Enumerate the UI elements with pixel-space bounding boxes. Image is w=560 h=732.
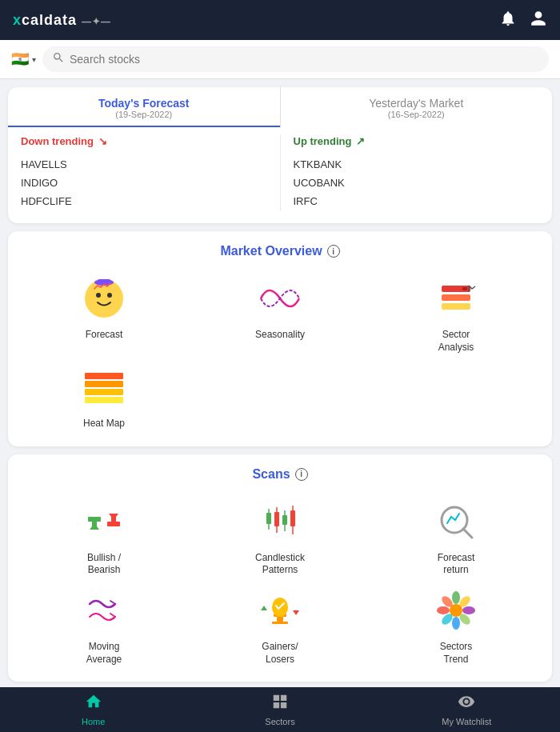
svg-rect-10 <box>85 373 123 379</box>
svg-rect-21 <box>266 513 271 524</box>
seasonality-label: Seasonality <box>255 329 305 342</box>
svg-point-41 <box>452 591 460 604</box>
candlestick-item[interactable]: Candlestick Patterns <box>192 498 368 577</box>
forecast-label: Forecast <box>86 329 123 342</box>
sectors-nav-icon <box>271 693 289 714</box>
down-trend-column: Down trending ↘ HAVELLS INDIGO HDFCLIFE <box>8 135 280 210</box>
sectors-trend-item[interactable]: Sectors Trend <box>368 586 544 666</box>
forecast-icon <box>80 274 128 322</box>
svg-rect-13 <box>85 397 123 403</box>
heatmap-item[interactable]: Heat Map <box>16 363 192 430</box>
bullish-bearish-icon <box>80 498 128 546</box>
scans-grid: Bullish / Bearish <box>16 498 544 666</box>
flag-icon: 🇮🇳 <box>11 50 29 68</box>
nav-home[interactable]: Home <box>0 687 186 732</box>
svg-point-44 <box>462 606 475 614</box>
svg-point-42 <box>452 617 460 630</box>
bottom-navigation: Home Sectors My Watchlist <box>0 687 560 732</box>
dropdown-arrow: ▾ <box>32 55 36 64</box>
up-stock-2[interactable]: UCOBANK <box>294 174 540 192</box>
seasonality-item[interactable]: Seasonality <box>192 274 368 354</box>
nav-watchlist-label: My Watchlist <box>442 717 491 726</box>
scans-title: Scans i <box>16 467 544 482</box>
watchlist-icon <box>458 693 475 714</box>
down-stock-3[interactable]: HDFCLIFE <box>21 192 267 210</box>
svg-rect-35 <box>277 617 283 622</box>
svg-rect-24 <box>274 512 279 526</box>
sector-analysis-icon <box>432 274 480 322</box>
sector-analysis-item[interactable]: Sector Analysis <box>368 274 544 354</box>
market-overview-info-icon[interactable]: i <box>327 245 340 258</box>
app-logo: xcaldata —✦— <box>13 12 111 29</box>
country-selector[interactable]: 🇮🇳 ▾ <box>11 50 36 68</box>
forecast-return-item[interactable]: Forecast return <box>368 498 544 577</box>
gainers-losers-label: Gainers/ Losers <box>262 641 298 666</box>
forecast-card: Today's Forecast (19-Sep-2022) Yesterday… <box>8 87 552 223</box>
sector-analysis-label: Sector Analysis <box>438 329 474 354</box>
down-arrow-icon: ↘ <box>98 135 107 147</box>
svg-line-33 <box>463 529 472 538</box>
gainers-losers-icon <box>256 586 304 634</box>
svg-rect-27 <box>282 515 287 525</box>
bullish-bearish-item[interactable]: Bullish / Bearish <box>16 498 192 577</box>
svg-rect-30 <box>290 510 295 526</box>
forecast-item[interactable]: Forecast <box>16 274 192 354</box>
nav-sectors-label: Sectors <box>265 717 294 726</box>
svg-rect-36 <box>272 622 288 624</box>
svg-marker-39 <box>293 610 299 615</box>
nav-sectors[interactable]: Sectors <box>186 687 373 732</box>
gainers-losers-item[interactable]: Gainers/ Losers <box>192 586 368 666</box>
forecast-return-icon <box>432 498 480 546</box>
forecast-body: Down trending ↘ HAVELLS INDIGO HDFCLIFE … <box>8 127 552 223</box>
app-header: xcaldata —✦— <box>0 0 560 40</box>
search-icon <box>52 51 65 67</box>
nav-home-label: Home <box>82 717 105 726</box>
up-stock-1[interactable]: KTKBANK <box>294 155 540 174</box>
svg-point-2 <box>107 293 112 298</box>
bullish-bearish-label: Bullish / Bearish <box>87 552 121 577</box>
svg-rect-6 <box>442 294 470 301</box>
svg-point-1 <box>96 293 101 298</box>
user-icon[interactable] <box>530 10 547 30</box>
svg-marker-38 <box>261 606 267 610</box>
moving-avg-item[interactable]: Moving Average <box>16 586 192 666</box>
scans-section: Scans i Bullish / Bearish <box>8 454 552 682</box>
svg-rect-16 <box>88 517 101 522</box>
svg-point-49 <box>450 605 462 616</box>
home-icon <box>85 693 102 714</box>
down-stock-1[interactable]: HAVELLS <box>21 155 267 174</box>
market-overview-grid: Forecast Seasonality <box>16 274 544 430</box>
down-stock-2[interactable]: INDIGO <box>21 174 267 192</box>
search-input-wrapper <box>42 46 549 72</box>
svg-rect-11 <box>85 381 123 387</box>
search-input[interactable] <box>70 53 539 66</box>
svg-rect-12 <box>85 389 123 395</box>
forecast-return-label: Forecast return <box>438 552 475 577</box>
bell-icon[interactable] <box>499 10 517 30</box>
yesterday-market-tab[interactable]: Yesterday's Market (16-Sep-2022) <box>281 87 553 127</box>
sectors-trend-icon <box>432 586 480 634</box>
svg-rect-7 <box>442 303 470 310</box>
moving-avg-icon <box>80 586 128 634</box>
heatmap-icon <box>80 363 128 411</box>
up-trend-column: Up trending ↗ KTKBANK UCOBANK IRFC <box>280 135 553 210</box>
scans-info-icon[interactable]: i <box>295 468 308 481</box>
candlestick-icon <box>256 498 304 546</box>
down-trend-label: Down trending ↘ <box>21 135 267 147</box>
today-forecast-tab[interactable]: Today's Forecast (19-Sep-2022) <box>8 87 280 127</box>
search-bar: 🇮🇳 ▾ <box>0 40 560 79</box>
svg-rect-19 <box>107 522 120 526</box>
nav-watchlist[interactable]: My Watchlist <box>374 687 560 732</box>
candlestick-label: Candlestick Patterns <box>255 552 305 577</box>
forecast-tabs: Today's Forecast (19-Sep-2022) Yesterday… <box>8 87 552 127</box>
up-trend-label: Up trending ↗ <box>294 135 540 147</box>
svg-rect-8 <box>462 287 467 290</box>
market-overview-section: Market Overview i <box>8 231 552 446</box>
up-arrow-icon: ↗ <box>356 135 365 147</box>
heatmap-label: Heat Map <box>83 418 125 430</box>
seasonality-icon <box>256 274 304 322</box>
market-overview-title: Market Overview i <box>16 244 544 258</box>
up-stock-3[interactable]: IRFC <box>294 192 540 210</box>
svg-point-43 <box>437 606 450 614</box>
header-actions <box>499 10 547 30</box>
